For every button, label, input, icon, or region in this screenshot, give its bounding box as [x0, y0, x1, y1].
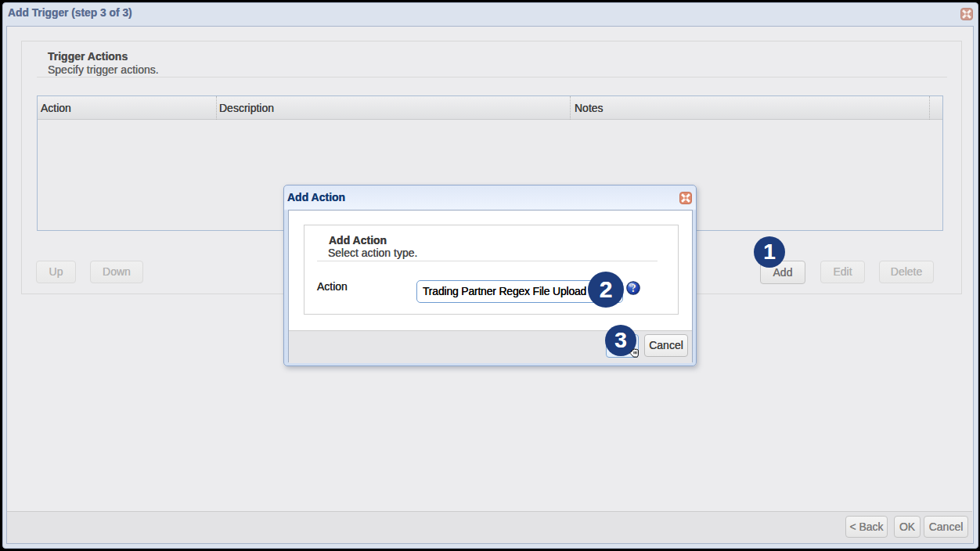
svg-text:?: ? — [631, 283, 636, 294]
